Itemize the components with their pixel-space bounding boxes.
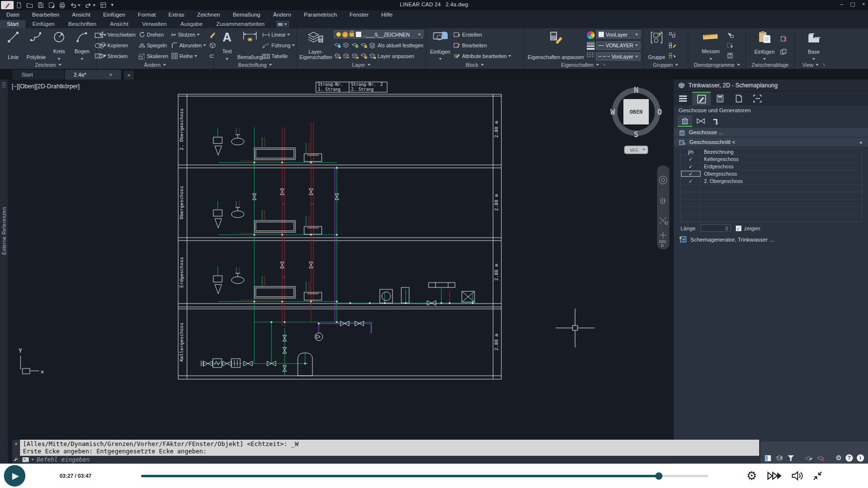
save-as-icon[interactable] [48,2,55,8]
cut-icon-button[interactable] [780,35,787,43]
panel-label-layer[interactable]: Layer [297,61,426,69]
block-bearbeiten-button[interactable]: Bearbeiten [453,41,511,50]
table-row-empty[interactable] [681,185,862,192]
navigation-bar[interactable] [657,165,669,249]
ribbon-tab-ansicht[interactable]: Ansicht [103,20,135,28]
new-tab-button[interactable]: + [124,71,134,80]
redo-button[interactable] [85,2,96,8]
spiegeln-button[interactable]: Spiegeln [139,41,168,50]
menu-parametrisch[interactable]: Parametrisch [297,11,343,18]
check-icon[interactable]: ✓ [681,156,701,162]
skalieren-button[interactable]: Skalieren [139,52,168,61]
exit-fullscreen-icon[interactable] [813,471,823,481]
view-compass[interactable]: N W O S OBEN WKS [610,85,662,154]
save-icon[interactable] [38,2,44,8]
compass-east[interactable]: O [657,107,662,117]
verschieben-button[interactable]: Verschieben [99,30,136,39]
menu-aendern[interactable]: Ändern [267,11,297,18]
ribbon-tab-beschriften[interactable]: Beschriften [62,20,103,28]
messen-button[interactable]: Messen [700,30,722,61]
command-history[interactable]: [Alles/Mitte/Dynamisch/Grenzen/Vorher/FA… [20,440,759,456]
command-close-icon[interactable]: × [15,441,18,447]
gruppe-button[interactable]: Gruppe [646,30,667,61]
app-logo-icon[interactable] [1,1,14,9]
print-icon[interactable] [59,2,65,8]
fuehrung-button[interactable]: Führung [262,41,295,50]
doc-tab-start[interactable]: Start [13,70,64,80]
open-file-icon[interactable] [26,2,33,8]
polylinie-button[interactable]: Polylinie [25,30,47,61]
linie-button[interactable]: Linie [2,30,24,61]
quick-select-icon-button[interactable] [726,31,734,40]
minimize-button[interactable]: – [840,1,843,7]
progress-handle[interactable] [655,472,662,480]
ungroup-icon-button[interactable] [669,31,676,40]
laenge-input[interactable] [701,224,731,232]
copy-clip-icon-button[interactable] [780,47,787,56]
ribbon-tab-einfuegen[interactable]: Einfügen [25,20,61,28]
doc-tab-24a[interactable]: 2.4a*× [65,70,121,80]
stutzen-button[interactable]: ✂Stutzen [171,30,207,39]
bemassung-button[interactable]: Bemaßung [239,30,261,61]
text-button[interactable]: A Text [216,30,238,61]
menu-hilfe[interactable]: Hilfe [375,11,399,18]
viewport-label[interactable]: [−][Oben][2D-Drahtkörper] [12,83,80,90]
tabelle-button[interactable]: Tabelle [262,52,295,61]
drawing-viewport[interactable]: Strang-Nr. Strang-Nr. 2 1. Strang 2. Str… [8,80,674,464]
table-row-kellergeschoss[interactable]: ✓ Kellergeschoss [681,156,862,163]
panel-calc-tab[interactable] [711,92,729,105]
panel-select-tab[interactable] [748,92,766,105]
group-select-icon-button[interactable] [669,51,676,60]
menu-bearbeiten[interactable]: Bearbeiten [26,11,66,18]
check-icon[interactable]: ✓ [681,178,701,184]
table-row-empty[interactable] [681,214,862,222]
panel-label-beschriftung[interactable]: Beschriftung [214,61,296,69]
panel-label-zeichnen[interactable]: Zeichnen [0,61,96,69]
lineweight-combo[interactable]: VONLAYER [596,41,641,50]
menu-ansicht[interactable]: Ansicht [65,11,97,18]
menu-fenster[interactable]: Fenster [343,11,375,18]
compass-south[interactable]: S [634,130,639,139]
schemagenerator-item[interactable]: Schemagenerator, Trinkwasser ... [680,236,862,243]
geschosse-subtab[interactable] [678,115,692,127]
calculator-icon-button[interactable] [726,51,734,60]
block-erstellen-button[interactable]: Erstellen [453,30,511,39]
layer-eigenschaften-button[interactable]: Layer-Eigenschaften [299,30,332,61]
panel-doc-tab[interactable] [729,92,748,105]
collapse-icon[interactable]: ▲ [859,140,863,144]
progress-bar[interactable] [141,475,708,477]
panel-menu-tab[interactable] [674,92,692,105]
menu-einfuegen[interactable]: Einfügen [97,11,131,18]
play-button[interactable]: ▶ [4,465,25,487]
table-row-empty[interactable] [681,207,862,214]
drehen-button[interactable]: Drehen [139,30,168,39]
menu-datei[interactable]: Datei [0,11,26,18]
group-edit-icon-button[interactable] [669,41,676,50]
table-row-erdgeschoss[interactable]: ✓ Erdgeschoss [681,163,862,170]
menu-bemassung[interactable]: Bemaßung [227,11,267,18]
reihe-button[interactable]: Reihe [171,52,207,61]
close-button[interactable]: × [862,1,865,7]
table-row-2-obergeschoss[interactable]: ✓ 2. Obergeschoss [681,178,862,185]
layer-wipe-icon[interactable] [805,455,813,462]
check-icon[interactable]: ✓ [681,163,701,169]
maximize-button[interactable]: ▢ [850,1,855,7]
ribbon-tab-zusammenarbeiten[interactable]: Zusammenarbeiten [209,20,271,28]
ribbon-tab-verwalten[interactable]: Verwalten [135,20,174,28]
filter-icon[interactable] [787,455,794,462]
table-row-obergeschoss[interactable]: ✓ Obergeschoss [681,170,862,178]
settings-gear-icon[interactable]: ⚙ [835,454,842,462]
info-icon[interactable]: i [857,454,864,462]
menu-format[interactable]: Format [132,11,162,18]
columns-icon[interactable] [765,455,772,462]
compass-north[interactable]: N [634,85,639,95]
als-aktuell-festlegen-button[interactable]: Als aktuell festlegen [334,41,423,50]
panel-label-zwischenablage[interactable]: Zwischenablage [746,61,794,69]
geschosse-item[interactable]: Geschosse ... [674,128,868,137]
table-row-empty[interactable] [681,192,862,200]
panel-label-dienstprogramme[interactable]: Dienstprogramme [688,61,745,69]
panel-edit-tab[interactable] [692,92,711,105]
color-combo[interactable]: VonLayer [596,30,641,39]
new-file-icon[interactable] [16,2,22,8]
compass-west[interactable]: W [610,107,615,117]
